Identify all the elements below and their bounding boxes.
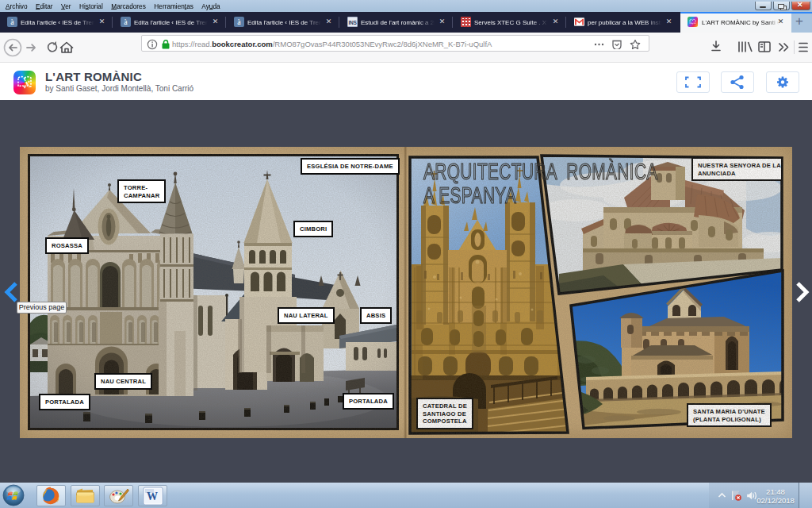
svg-text:W: W	[147, 491, 158, 502]
